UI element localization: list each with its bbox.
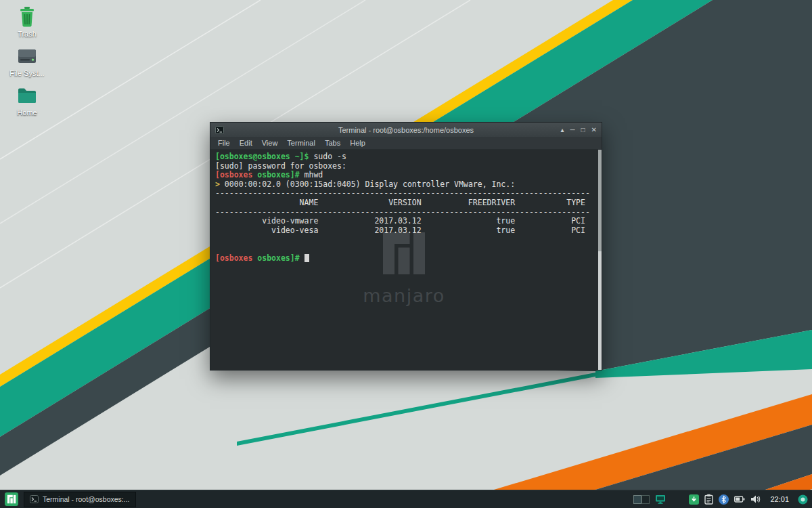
system-tray: 22:01	[633, 494, 808, 505]
desktop-icon-label: Home	[17, 108, 37, 117]
task-button-terminal[interactable]: Terminal - root@osboxes:...	[24, 492, 136, 507]
window-controls: ▴ ─ □ ✕	[560, 123, 597, 137]
battery-icon[interactable]	[734, 495, 745, 503]
menu-help[interactable]: Help	[345, 137, 370, 150]
taskbar: Terminal - root@osboxes:...	[0, 490, 812, 508]
terminal-cursor	[304, 254, 309, 262]
menu-tabs[interactable]: Tabs	[320, 137, 345, 150]
scrollbar[interactable]	[598, 150, 602, 370]
desktop-icon-label: Trash	[18, 30, 37, 38]
menu-view[interactable]: View	[257, 137, 283, 150]
terminal-line: [osboxes osboxes]#	[215, 254, 602, 263]
display-settings-icon[interactable]	[655, 494, 666, 505]
terminal-line: video-vmware 2017.03.12 true PCI	[215, 217, 602, 226]
menu-file[interactable]: File	[213, 137, 235, 150]
hard-drive-icon	[16, 45, 39, 68]
terminal-line: > 0000:00:02.0 (0300:15ad:0405) Display …	[215, 180, 602, 190]
terminal-task-icon	[30, 495, 39, 503]
task-button-label: Terminal - root@osboxes:...	[43, 495, 130, 503]
titlebar[interactable]: Terminal - root@osboxes:/home/osboxes ▴ …	[210, 123, 602, 137]
trash-icon	[16, 5, 39, 28]
minimize-button[interactable]: ─	[570, 123, 574, 137]
manjaro-menu-icon	[5, 492, 18, 506]
window-title: Terminal - root@osboxes:/home/osboxes	[210, 126, 602, 134]
terminal-line	[215, 235, 602, 245]
terminal-line: ----------------------------------------…	[215, 189, 602, 198]
terminal-line: video-vesa 2017.03.12 true PCI	[215, 226, 602, 236]
desktop-icon-label: File Syst...	[9, 69, 44, 77]
desktop-icon-file-system[interactable]: File Syst...	[5, 45, 49, 77]
maximize-button[interactable]: □	[581, 123, 585, 137]
terminal-line: [osboxes osboxes]# mhwd	[215, 171, 602, 180]
clipboard-icon[interactable]	[704, 494, 713, 505]
home-folder-icon	[16, 84, 39, 107]
workspace-pager-icon[interactable]	[633, 495, 650, 504]
terminal-line: ----------------------------------------…	[215, 208, 602, 217]
terminal-body[interactable]: manjaro [osboxes@osboxes ~]$ sudo -s[sud…	[210, 150, 602, 370]
terminal-line: NAME VERSION FREEDRIVER TYPE	[215, 198, 602, 208]
menu-edit[interactable]: Edit	[235, 137, 257, 150]
volume-icon[interactable]	[750, 494, 761, 504]
desktop-icon-home[interactable]: Home	[5, 84, 49, 117]
applications-menu-button[interactable]	[4, 492, 19, 507]
desktop-icon-trash[interactable]: Trash	[5, 5, 49, 38]
terminal-window[interactable]: Terminal - root@osboxes:/home/osboxes ▴ …	[210, 122, 602, 371]
shade-button[interactable]: ▴	[560, 123, 564, 137]
clock[interactable]: 22:01	[770, 495, 789, 503]
manjaro-wordmark: manjaro	[210, 285, 597, 306]
close-button[interactable]: ✕	[591, 123, 597, 137]
bluetooth-icon[interactable]	[719, 494, 729, 505]
terminal-output: [osboxes@osboxes ~]$ sudo -s[sudo] passw…	[210, 150, 602, 263]
terminal-line	[215, 245, 602, 254]
terminal-menubar: File Edit View Terminal Tabs Help	[210, 137, 602, 150]
desktop-icon-list: Trash File Syst... Home	[5, 5, 49, 117]
updates-icon[interactable]	[689, 494, 699, 505]
terminal-line: [osboxes@osboxes ~]$ sudo -s	[215, 152, 602, 162]
menu-terminal[interactable]: Terminal	[282, 137, 320, 150]
scrollbar-thumb[interactable]	[598, 150, 602, 251]
terminal-line: [sudo] password for osboxes:	[215, 162, 602, 171]
network-status-icon[interactable]	[798, 494, 808, 505]
